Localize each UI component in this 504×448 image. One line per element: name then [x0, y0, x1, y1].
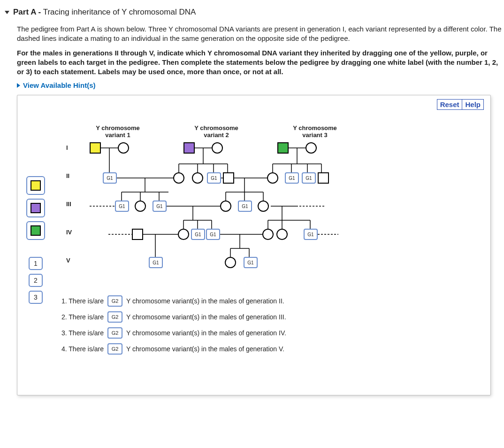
stmt-post: Y chromosome variant(s) in the males of … — [126, 345, 284, 353]
gen2-male — [223, 172, 234, 184]
swatch-purple[interactable] — [26, 199, 45, 217]
square-icon — [31, 225, 41, 236]
square-icon — [31, 180, 41, 191]
part-header[interactable]: Part A - Tracing inheritance of Y chromo… — [5, 5, 504, 22]
square-icon — [31, 203, 41, 213]
variant-3-header: Y chromosome variant 3 — [287, 124, 343, 139]
drag-drop-workspace: Reset Help 1 2 3 Y chromosome variant 1 … — [17, 95, 491, 395]
gen3-drop[interactable]: G1 — [115, 201, 129, 212]
stmt-pre: 4. There is/are — [61, 345, 104, 353]
swatch-green[interactable] — [26, 221, 45, 240]
gen4-male-ext — [132, 229, 143, 240]
gen5-drop[interactable]: G1 — [244, 257, 258, 268]
gen5-drop[interactable]: G1 — [149, 257, 163, 268]
statement-row: 1. There is/are G2 Y chromosome variant(… — [61, 295, 484, 307]
statement-row: 4. There is/are G2 Y chromosome variant(… — [61, 343, 484, 355]
label-palette: 1 2 3 — [24, 124, 47, 359]
gen2-male — [318, 172, 329, 184]
stmt-drop[interactable]: G2 — [107, 327, 122, 339]
intro-text: The pedigree from Part A is shown below.… — [17, 24, 504, 44]
stmt-pre: 2. There is/are — [61, 313, 104, 321]
gen1-male-v1 — [90, 142, 101, 154]
stmt-drop[interactable]: G2 — [107, 311, 122, 323]
gen1-male-v2 — [183, 142, 195, 154]
gen1-male-v3 — [277, 142, 289, 154]
diagram-column: Y chromosome variant 1 Y chromosome vari… — [61, 124, 484, 359]
reset-button[interactable]: Reset — [437, 99, 463, 110]
variant-1-header: Y chromosome variant 1 — [90, 124, 146, 139]
stmt-post: Y chromosome variant(s) in the males of … — [126, 313, 286, 321]
stmt-post: Y chromosome variant(s) in the males of … — [126, 297, 284, 305]
part-title: Part A - Tracing inheritance of Y chromo… — [13, 8, 196, 17]
gen2-drop[interactable]: G1 — [285, 172, 299, 184]
pedigree-diagram: I II III IV V — [61, 140, 399, 281]
number-chip-1[interactable]: 1 — [29, 257, 43, 270]
stmt-pre: 3. There is/are — [61, 329, 104, 337]
gen2-drop[interactable]: G1 — [302, 172, 316, 184]
variant-2-header: Y chromosome variant 2 — [188, 124, 244, 139]
collapse-icon — [5, 11, 9, 14]
gen2-drop[interactable]: G1 — [103, 172, 117, 184]
stmt-drop[interactable]: G2 — [107, 295, 122, 307]
gen2-drop[interactable]: G1 — [207, 172, 221, 184]
gen4-drop[interactable]: G1 — [206, 229, 220, 240]
statements-block: 1. There is/are G2 Y chromosome variant(… — [61, 295, 484, 355]
stmt-drop[interactable]: G2 — [107, 343, 122, 355]
gen4-drop[interactable]: G1 — [191, 229, 205, 240]
hints-label: View Available Hint(s) — [23, 81, 96, 89]
stmt-post: Y chromosome variant(s) in the males of … — [126, 329, 286, 337]
stmt-pre: 1. There is/are — [61, 297, 104, 305]
statement-row: 3. There is/are G2 Y chromosome variant(… — [61, 327, 484, 339]
variant-headers: Y chromosome variant 1 Y chromosome vari… — [90, 124, 484, 139]
swatch-yellow[interactable] — [26, 176, 45, 195]
instructions-text: For the males in generations II through … — [17, 48, 504, 77]
gen3-drop[interactable]: G1 — [153, 201, 167, 212]
workspace-toolbar: Reset Help — [437, 99, 484, 110]
view-hints-toggle[interactable]: View Available Hint(s) — [17, 81, 504, 89]
chevron-right-icon — [17, 83, 20, 88]
number-chip-2[interactable]: 2 — [29, 274, 43, 287]
help-button[interactable]: Help — [462, 99, 484, 110]
gen4-drop[interactable]: G1 — [304, 229, 318, 240]
statement-row: 2. There is/are G2 Y chromosome variant(… — [61, 311, 484, 323]
number-chip-3[interactable]: 3 — [29, 291, 43, 304]
gen3-drop[interactable]: G1 — [238, 201, 252, 212]
